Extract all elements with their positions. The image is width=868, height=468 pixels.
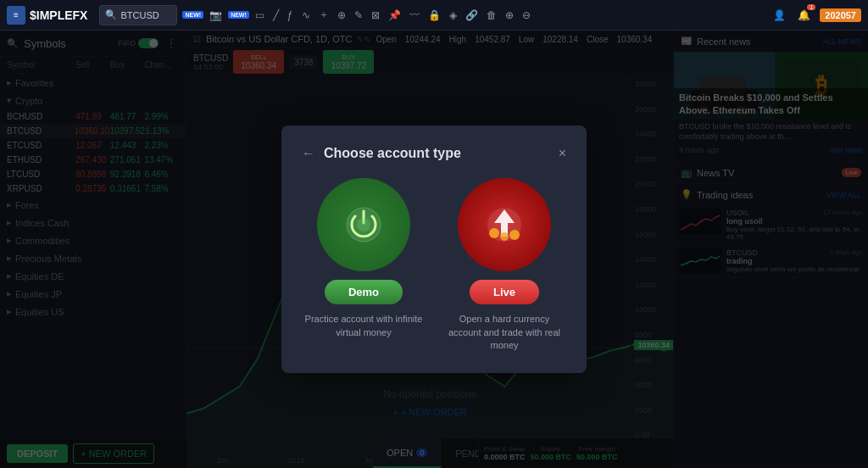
live-money-svg bbox=[479, 199, 530, 250]
draw-tool[interactable]: ∿ bbox=[299, 8, 313, 23]
notification-bell[interactable]: 🔔 1 bbox=[795, 8, 813, 23]
svg-point-15 bbox=[500, 232, 509, 241]
modal-close-button[interactable]: × bbox=[559, 146, 566, 161]
svg-point-16 bbox=[509, 230, 520, 240]
nav-right: 👤 🔔 1 202057 bbox=[771, 8, 861, 23]
rect-tool[interactable]: ▭ bbox=[253, 8, 267, 23]
modal-title: Choose account type bbox=[324, 146, 550, 161]
svg-point-11 bbox=[357, 218, 370, 231]
notification-count: 1 bbox=[807, 4, 815, 10]
box-tool[interactable]: ⊠ bbox=[369, 8, 382, 23]
demo-power-svg bbox=[338, 199, 389, 250]
nav-tools: NEW! 📷 NEW! ▭ ╱ ƒ ∿ ＋ ⊕ ✎ ⊠ 📌 〰 🔒 ◈ 🔗 🗑 … bbox=[182, 6, 765, 24]
demo-icon bbox=[317, 178, 410, 271]
modal-options: Demo Practice account with infinite virt… bbox=[302, 178, 566, 352]
search-icon: 🔍 bbox=[105, 9, 117, 20]
user-icon[interactable]: 👤 bbox=[771, 8, 788, 23]
pencil-tool[interactable]: ✎ bbox=[352, 8, 365, 23]
app-title: $IMPLEFX bbox=[30, 8, 87, 22]
lock-tool[interactable]: 🔒 bbox=[426, 8, 443, 23]
plus-tool[interactable]: ＋ bbox=[316, 6, 331, 24]
demo-description: Practice account with infinite virtual m… bbox=[302, 313, 426, 339]
modal-overlay[interactable]: ← Choose account type × Dem bbox=[0, 31, 868, 468]
demo-option: Demo Practice account with infinite virt… bbox=[302, 178, 426, 352]
new-badge-2: NEW! bbox=[228, 11, 249, 19]
wave-tool[interactable]: 〰 bbox=[407, 8, 422, 23]
account-type-modal: ← Choose account type × Dem bbox=[281, 125, 587, 372]
text-tool[interactable]: ƒ bbox=[285, 8, 296, 23]
screenshot-tool[interactable]: 📷 bbox=[207, 8, 225, 23]
zoom-out-tool[interactable]: ⊖ bbox=[520, 8, 533, 23]
live-option: Live Open a hard currency account and tr… bbox=[442, 178, 566, 352]
zoom-in-tool[interactable]: ⊕ bbox=[503, 8, 516, 23]
modal-back-button[interactable]: ← bbox=[302, 146, 315, 161]
logo: ≡ $IMPLEFX bbox=[7, 6, 87, 25]
demo-button[interactable]: Demo bbox=[325, 280, 403, 304]
link-tool[interactable]: 🔗 bbox=[463, 8, 481, 23]
modal-header: ← Choose account type × bbox=[302, 146, 566, 161]
search-box[interactable]: 🔍 bbox=[99, 5, 177, 25]
live-button[interactable]: Live bbox=[470, 280, 539, 304]
trash-tool[interactable]: 🗑 bbox=[484, 8, 499, 23]
line-tool[interactable]: ╱ bbox=[270, 8, 281, 23]
logo-icon: ≡ bbox=[7, 6, 25, 25]
live-icon bbox=[458, 178, 551, 271]
pin-tool[interactable]: 📌 bbox=[386, 8, 403, 23]
crosshair-tool[interactable]: ⊕ bbox=[335, 8, 348, 23]
account-balance: 202057 bbox=[820, 8, 861, 22]
live-description: Open a hard currency account and trade w… bbox=[442, 313, 566, 352]
top-nav: ≡ $IMPLEFX 🔍 NEW! 📷 NEW! ▭ ╱ ƒ ∿ ＋ ⊕ ✎ ⊠… bbox=[0, 0, 868, 31]
search-input[interactable] bbox=[120, 10, 171, 20]
new-badge-1: NEW! bbox=[182, 11, 203, 19]
svg-point-14 bbox=[489, 228, 499, 238]
eye-tool[interactable]: ◈ bbox=[447, 8, 459, 23]
